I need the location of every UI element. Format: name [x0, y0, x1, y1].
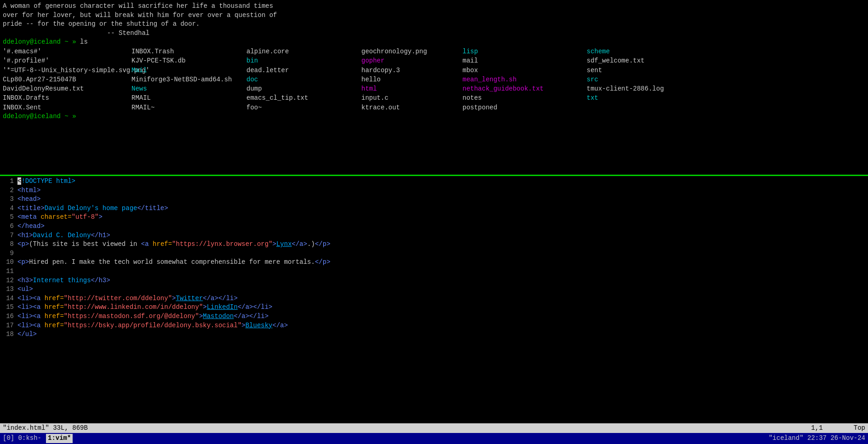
ls-col-2: INBOX.Trash KJV-PCE-TSK.db Mail Miniforg… [131, 47, 246, 112]
editor-line-14: 14 <li><a href="http://twitter.com/ddelo… [0, 294, 868, 303]
quote-line-3: pride -- for the opening or the shutting… [3, 20, 865, 29]
editor-line-9: 9 [0, 249, 868, 258]
editor-line-5: 5 <meta charset="utf-8"> [0, 213, 868, 222]
editor-line-3: 3 <head> [0, 195, 868, 204]
top-pane: A woman of generous character will sacri… [0, 0, 868, 175]
editor-line-6: 6 </head> [0, 222, 868, 231]
ls-col-3: alpine.core bin dead.letter doc dump ema… [246, 47, 361, 112]
ls-col-1: '#.emacs#' '#.profile#' '*=UTF-8--Unix_h… [3, 47, 131, 112]
shell-prompt-2: ddelony@iceland ~ » [3, 112, 865, 121]
quote-block: A woman of generous character will sacri… [3, 2, 865, 38]
editor-line-18: 18 </ul> [0, 330, 868, 339]
quote-line-2: over for her lover, but will break with … [3, 11, 865, 20]
editor-line-16: 16 <li><a href="https://mastodon.sdf.org… [0, 312, 868, 321]
editor-line-10: 10 <p>Hired pen. I make the tech world s… [0, 258, 868, 267]
editor-line-11: 11 [0, 267, 868, 276]
quote-line-1: A woman of generous character will sacri… [3, 2, 865, 11]
vim-pane[interactable]: 1 <!DOCTYPE html> 2 <html> 3 <head> 4 <t… [0, 176, 868, 444]
ls-output: '#.emacs#' '#.profile#' '*=UTF-8--Unix_h… [3, 47, 865, 112]
vim-status-bar: "index.html" 33L, 869B 1,1 Top [0, 423, 868, 433]
editor-line-12: 12 <h3>Internet things</h3> [0, 276, 868, 285]
tmux-tab-bar: [0] 0:ksh- 1:vim* "iceland" 22:37 26-Nov… [0, 433, 868, 444]
editor-line-1: 1 <!DOCTYPE html> [0, 177, 868, 186]
editor-line-7: 7 <h1>David C. Delony</h1> [0, 231, 868, 240]
editor-line-17: 17 <li><a href="https://bsky.app/profile… [0, 321, 868, 330]
editor-line-13: 13 <ul> [0, 285, 868, 294]
vim-editor[interactable]: 1 <!DOCTYPE html> 2 <html> 3 <head> 4 <t… [0, 176, 868, 423]
editor-line-8: 8 <p>(This site is best viewed in <a hre… [0, 240, 868, 249]
editor-line-4: 4 <title>David Delony's home page</title… [0, 204, 868, 213]
editor-line-2: 2 <html> [0, 186, 868, 195]
shell-prompt-1: ddelony@iceland ~ » ls [3, 38, 865, 47]
ls-col-6: scheme sdf_welcome.txt sent src tmux-cli… [587, 47, 865, 112]
tmux-tab-inactive[interactable]: [0] 0:ksh- [3, 434, 41, 443]
tmux-tab-active[interactable]: 1:vim* [46, 434, 73, 443]
ls-col-4: geochronology.png gopher hardcopy.3 hell… [361, 47, 463, 112]
vim-file-info: "index.html" 33L, 869B [3, 424, 88, 433]
ls-col-5: lisp mail mbox mean_length.sh nethack_gu… [463, 47, 587, 112]
editor-line-15: 15 <li><a href="http://www.linkedin.com/… [0, 303, 868, 312]
vim-position: 1,1 Top [811, 424, 865, 433]
tmux-right-status: "iceland" 22:37 26-Nov-24 [769, 434, 865, 443]
quote-line-4: -- Stendhal [3, 29, 865, 38]
terminal: A woman of generous character will sacri… [0, 0, 868, 444]
